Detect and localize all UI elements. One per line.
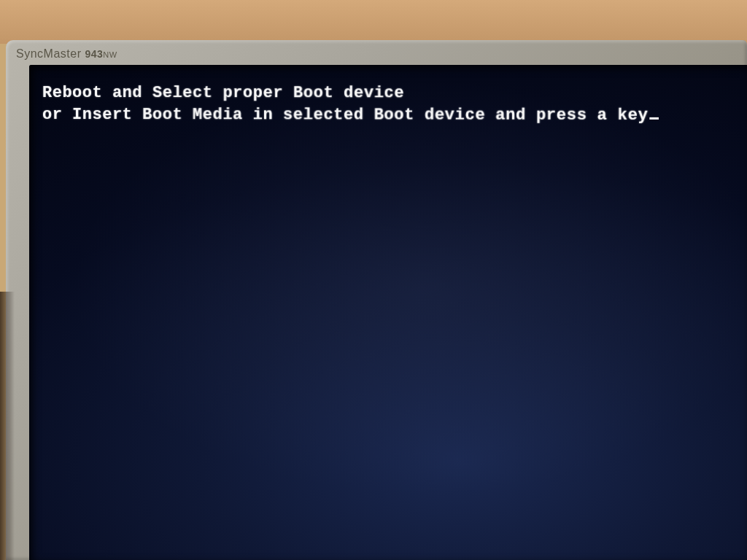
monitor-bezel: SyncMaster 943NW Reboot and Select prope… [6, 40, 747, 560]
monitor-model-suffix: NW [103, 50, 117, 59]
shadow-left-edge [0, 292, 15, 560]
bios-line-2: or Insert Boot Media in selected Boot de… [42, 106, 649, 125]
text-cursor [649, 117, 658, 120]
monitor-brand-name: SyncMaster [16, 47, 81, 60]
wall-background [0, 0, 747, 44]
monitor-brand-label: SyncMaster 943NW [16, 47, 117, 61]
bios-line-1: Reboot and Select proper Boot device [42, 84, 404, 102]
monitor-model-number: 943 [85, 48, 103, 60]
monitor-screen[interactable]: Reboot and Select proper Boot device or … [29, 65, 747, 560]
bios-error-message: Reboot and Select proper Boot device or … [42, 82, 659, 126]
